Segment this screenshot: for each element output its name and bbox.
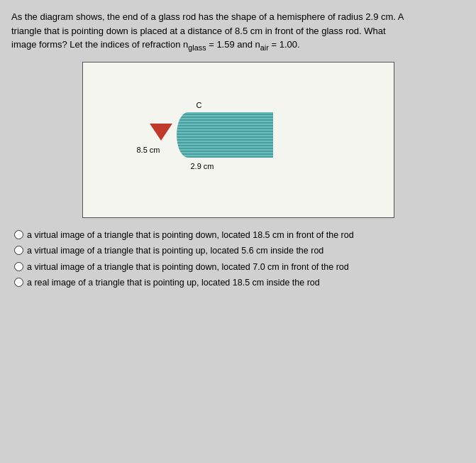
radio-b[interactable] — [14, 246, 23, 255]
option-b-text: a virtual image of a triangle that is po… — [27, 245, 323, 258]
radio-c[interactable] — [14, 262, 23, 271]
option-b[interactable]: a virtual image of a triangle that is po… — [14, 245, 465, 258]
option-c[interactable]: a virtual image of a triangle that is po… — [14, 261, 465, 274]
option-a-text: a virtual image of a triangle that is po… — [27, 229, 354, 242]
distance-label: 8.5 cm — [137, 146, 160, 154]
option-d[interactable]: a real image of a triangle that is point… — [14, 277, 465, 290]
radio-d[interactable] — [14, 278, 23, 287]
page-container: As the diagram shows, the end of a glass… — [0, 0, 476, 463]
rod-body — [188, 112, 273, 158]
diagram-box: 8.5 cm C 2.9 cm — [82, 62, 394, 218]
radio-a[interactable] — [14, 230, 23, 239]
question-line3: image forms? Let the indices of refracti… — [11, 39, 300, 50]
radius-label: 2.9 cm — [191, 162, 214, 170]
glass-rod-group: C 2.9 cm — [188, 112, 273, 158]
triangle-object — [150, 124, 172, 141]
question-text: As the diagram shows, the end of a glass… — [11, 10, 465, 53]
question-line2: triangle that is pointing down is placed… — [11, 26, 386, 36]
answer-options: a virtual image of a triangle that is po… — [11, 229, 465, 290]
center-label: C — [197, 101, 202, 109]
option-a[interactable]: a virtual image of a triangle that is po… — [14, 229, 465, 242]
option-d-text: a real image of a triangle that is point… — [27, 277, 320, 290]
question-line1: As the diagram shows, the end of a glass… — [11, 11, 404, 22]
option-c-text: a virtual image of a triangle that is po… — [27, 261, 349, 274]
